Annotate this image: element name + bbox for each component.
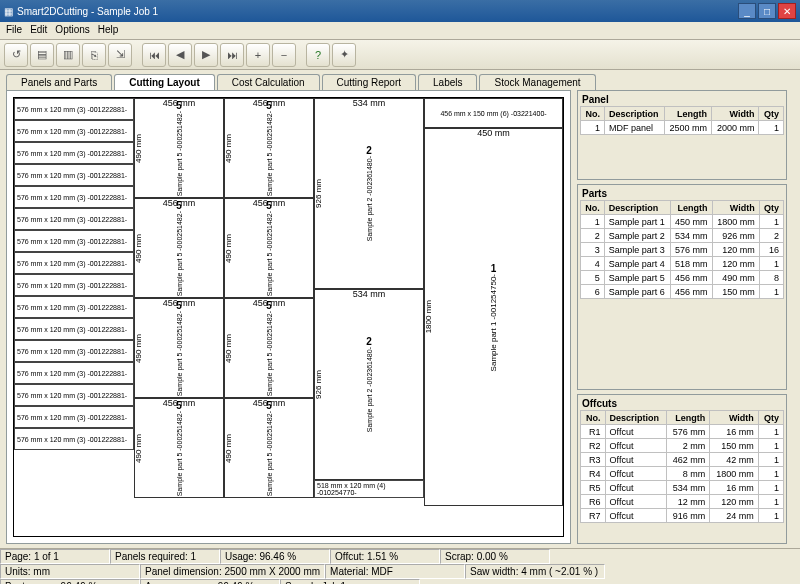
status-cell: Sample Job 1 — [280, 579, 420, 584]
tab-labels[interactable]: Labels — [418, 74, 477, 90]
status-cell: Panel dimension: 2500 mm X 2000 mm — [140, 564, 325, 579]
part3-strip: 576 mm x 120 mm (3) -001222881- — [14, 98, 134, 120]
nav-prev-icon[interactable]: ◀ — [168, 43, 192, 67]
title-bar: ▦ Smart2DCutting - Sample Job 1 _ □ ✕ — [0, 0, 800, 22]
table-row[interactable]: R5Offcut534 mm16 mm1 — [581, 481, 784, 495]
table-row[interactable]: 4Sample part 4518 mm120 mm1 — [581, 257, 784, 271]
tool-save-icon[interactable]: ▥ — [56, 43, 80, 67]
part5-piece: 456 mm 490 mm 5 Sample part 5 -000251482… — [224, 298, 314, 398]
part5-piece: 456 mm 490 mm 5 Sample part 5 -000251482… — [134, 398, 224, 498]
part5-piece: 456 mm 490 mm 5 Sample part 5 -000251482… — [224, 398, 314, 498]
part3-strip: 576 mm x 120 mm (3) -001222881- — [14, 274, 134, 296]
part3-strip: 576 mm x 120 mm (3) -001222881- — [14, 428, 134, 450]
table-row[interactable]: 1MDF panel2500 mm2000 mm1 — [581, 121, 784, 135]
minimize-button[interactable]: _ — [738, 3, 756, 19]
part3-strip: 576 mm x 120 mm (3) -001222881- — [14, 120, 134, 142]
part3-strip: 576 mm x 120 mm (3) -001222881- — [14, 340, 134, 362]
panel-table[interactable]: No.DescriptionLengthWidthQty1MDF panel25… — [580, 106, 784, 135]
table-row[interactable]: 3Sample part 3576 mm120 mm16 — [581, 243, 784, 257]
status-cell: Saw width: 4 mm ( ~2.01 % ) — [465, 564, 605, 579]
tool-print-icon[interactable]: ⎘ — [82, 43, 106, 67]
app-icon: ▦ — [4, 6, 13, 17]
tab-bar: Panels and Parts Cutting Layout Cost Cal… — [0, 70, 800, 90]
status-cell: Usage: 96.46 % — [220, 549, 330, 564]
menu-help[interactable]: Help — [98, 24, 119, 37]
status-cell: Scrap: 0.00 % — [440, 549, 550, 564]
info-icon[interactable]: ✦ — [332, 43, 356, 67]
part3-strip: 576 mm x 120 mm (3) -001222881- — [14, 164, 134, 186]
part3-strip: 576 mm x 120 mm (3) -001222881- — [14, 384, 134, 406]
tab-stock[interactable]: Stock Management — [479, 74, 595, 90]
part4-strip: 518 mm x 120 mm (4) -010254770- — [314, 480, 424, 498]
maximize-button[interactable]: □ — [758, 3, 776, 19]
part5-piece: 456 mm 490 mm 5 Sample part 5 -000251482… — [134, 198, 224, 298]
tab-panels-parts[interactable]: Panels and Parts — [6, 74, 112, 90]
table-row[interactable]: 2Sample part 2534 mm926 mm2 — [581, 229, 784, 243]
status-cell: Page: 1 of 1 — [0, 549, 110, 564]
status-bar: Page: 1 of 1Panels required: 1Usage: 96.… — [0, 548, 800, 584]
zoom-in-icon[interactable]: + — [246, 43, 270, 67]
parts-group: Parts No.DescriptionLengthWidthQty1Sampl… — [577, 184, 787, 390]
status-cell: Best usage: 96.46 % — [0, 579, 140, 584]
parts-table[interactable]: No.DescriptionLengthWidthQty1Sample part… — [580, 200, 784, 299]
status-cell: Panels required: 1 — [110, 549, 220, 564]
zoom-out-icon[interactable]: − — [272, 43, 296, 67]
status-cell: Material: MDF — [325, 564, 465, 579]
table-row[interactable]: R2Offcut2 mm150 mm1 — [581, 439, 784, 453]
tool-new-icon[interactable]: ↺ — [4, 43, 28, 67]
nav-first-icon[interactable]: ⏮ — [142, 43, 166, 67]
table-row[interactable]: 6Sample part 6456 mm150 mm1 — [581, 285, 784, 299]
part5-piece: 456 mm 490 mm 5 Sample part 5 -000251482… — [134, 298, 224, 398]
tab-cutting-report[interactable]: Cutting Report — [322, 74, 416, 90]
part5-piece: 456 mm 490 mm 5 Sample part 5 -000251482… — [224, 98, 314, 198]
part6-piece: 456 mm x 150 mm (6) -03221400- — [424, 98, 563, 128]
tab-cutting-layout[interactable]: Cutting Layout — [114, 74, 215, 90]
part5-piece: 456 mm 490 mm 5 Sample part 5 -000251482… — [224, 198, 314, 298]
tab-cost-calc[interactable]: Cost Calculation — [217, 74, 320, 90]
offcuts-group: Offcuts No.DescriptionLengthWidthQtyR1Of… — [577, 394, 787, 544]
close-button[interactable]: ✕ — [778, 3, 796, 19]
part3-strip: 576 mm x 120 mm (3) -001222881- — [14, 142, 134, 164]
status-cell: Average usage: 96.46 % — [140, 579, 280, 584]
menu-bar: File Edit Options Help — [0, 22, 800, 40]
part2-piece: 534 mm 926 mm 2 Sample part 2 -002361480… — [314, 98, 424, 289]
nav-last-icon[interactable]: ⏭ — [220, 43, 244, 67]
parts-group-title: Parts — [580, 187, 784, 200]
status-cell: Offcut: 1.51 % — [330, 549, 440, 564]
table-row[interactable]: R6Offcut12 mm120 mm1 — [581, 495, 784, 509]
part3-strip: 576 mm x 120 mm (3) -001222881- — [14, 406, 134, 428]
part3-strip: 576 mm x 120 mm (3) -001222881- — [14, 252, 134, 274]
part1-piece: 450 mm 1800 mm 1 Sample part 1 -00125475… — [424, 128, 563, 506]
panel-group: Panel No.DescriptionLengthWidthQty1MDF p… — [577, 90, 787, 180]
help-icon[interactable]: ? — [306, 43, 330, 67]
tool-open-icon[interactable]: ▤ — [30, 43, 54, 67]
table-row[interactable]: R7Offcut916 mm24 mm1 — [581, 509, 784, 523]
nav-next-icon[interactable]: ▶ — [194, 43, 218, 67]
menu-options[interactable]: Options — [55, 24, 89, 37]
table-row[interactable]: 5Sample part 5456 mm490 mm8 — [581, 271, 784, 285]
menu-edit[interactable]: Edit — [30, 24, 47, 37]
window-title: Smart2DCutting - Sample Job 1 — [17, 6, 158, 17]
toolbar: ↺ ▤ ▥ ⎘ ⇲ ⏮ ◀ ▶ ⏭ + − ? ✦ — [0, 40, 800, 70]
panel-group-title: Panel — [580, 93, 784, 106]
part3-strip: 576 mm x 120 mm (3) -001222881- — [14, 296, 134, 318]
part3-strip: 576 mm x 120 mm (3) -001222881- — [14, 208, 134, 230]
table-row[interactable]: R4Offcut8 mm1800 mm1 — [581, 467, 784, 481]
part3-strip: 576 mm x 120 mm (3) -001222881- — [14, 318, 134, 340]
table-row[interactable]: R1Offcut576 mm16 mm1 — [581, 425, 784, 439]
part3-strip: 576 mm x 120 mm (3) -001222881- — [14, 186, 134, 208]
part3-strip: 576 mm x 120 mm (3) -001222881- — [14, 230, 134, 252]
part2-piece: 534 mm 926 mm 2 Sample part 2 -002361480… — [314, 289, 424, 480]
menu-file[interactable]: File — [6, 24, 22, 37]
status-cell: Units: mm — [0, 564, 140, 579]
offcuts-group-title: Offcuts — [580, 397, 784, 410]
cutting-layout-canvas[interactable]: 576 mm x 120 mm (3) -001222881- 576 mm x… — [6, 90, 571, 544]
part3-strip: 576 mm x 120 mm (3) -001222881- — [14, 362, 134, 384]
part5-piece: 456 mm 490 mm 5 Sample part 5 -000251482… — [134, 98, 224, 198]
table-row[interactable]: 1Sample part 1450 mm1800 mm1 — [581, 215, 784, 229]
tool-export-icon[interactable]: ⇲ — [108, 43, 132, 67]
offcuts-table[interactable]: No.DescriptionLengthWidthQtyR1Offcut576 … — [580, 410, 784, 523]
table-row[interactable]: R3Offcut462 mm42 mm1 — [581, 453, 784, 467]
